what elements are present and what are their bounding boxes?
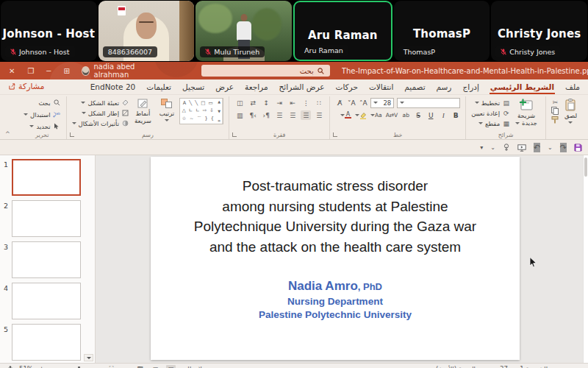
participant-tile-mulu[interactable]: Mulu Tiruneh bbox=[196, 1, 292, 61]
align-left-icon[interactable]: ☰ bbox=[287, 110, 298, 120]
search-box[interactable]: بحث bbox=[201, 65, 329, 77]
bullets-icon[interactable]: ∷ bbox=[314, 98, 324, 107]
zoom-out-button[interactable]: − bbox=[96, 365, 101, 368]
line-spacing-icon[interactable]: ↕ bbox=[261, 98, 271, 107]
slide-canvas[interactable]: Post-traumatic stress disorder among nur… bbox=[96, 155, 583, 363]
clear-formatting-icon[interactable]: A̸ bbox=[335, 98, 344, 107]
tab-design[interactable]: تصميم bbox=[404, 82, 426, 94]
participant-tile-thomasp[interactable]: ThomasP ThomasP bbox=[394, 1, 490, 61]
paste-button[interactable]: لصق bbox=[562, 98, 580, 124]
tab-review[interactable]: مراجعة bbox=[244, 82, 269, 94]
participant-tile-8486366007[interactable]: 8486366007 bbox=[98, 1, 195, 61]
font-name-combo[interactable] bbox=[397, 98, 460, 108]
fit-to-window-button[interactable]: ⛶ bbox=[107, 365, 116, 368]
arrange-button[interactable]: ترتيب bbox=[157, 98, 177, 122]
ltr-paragraph-icon[interactable]: ›¶ bbox=[248, 110, 258, 120]
shape-outline-button[interactable]: إطار الشكل bbox=[72, 108, 129, 118]
tab-transitions[interactable]: انتقالات bbox=[368, 82, 394, 94]
canvas-scrollbar[interactable] bbox=[583, 155, 588, 363]
shape-effects-button[interactable]: تأثيرات الأشكال bbox=[72, 118, 129, 128]
close-window-button[interactable]: ✕ bbox=[9, 67, 15, 75]
paste-dropdown[interactable] bbox=[568, 121, 573, 124]
thumbnail-slide-5[interactable] bbox=[12, 324, 81, 361]
numbering-icon[interactable]: ⋮ bbox=[301, 98, 311, 107]
tab-record[interactable]: تسجيل bbox=[182, 82, 205, 94]
touch-mouse-mode-button[interactable] bbox=[503, 141, 510, 155]
bold-button[interactable]: B bbox=[451, 110, 460, 120]
notes-toggle-button[interactable]: ملاحظات bbox=[182, 365, 205, 368]
replace-button[interactable]: ᵃᵇ⤸استبدال bbox=[24, 110, 61, 119]
select-button[interactable]: تحديد bbox=[24, 121, 61, 131]
display-settings-icon[interactable]: ▭ bbox=[483, 365, 492, 368]
thumbnail-slide-2[interactable] bbox=[12, 200, 81, 237]
increase-font-icon[interactable]: A˄ bbox=[359, 98, 368, 107]
undo-button[interactable]: ↶ bbox=[534, 143, 540, 152]
shapes-gallery[interactable]: ▲▼≡ ▭ □ ╲ ╲ A ⇩ ⇨ ∟ ∟ △ } { ⌒ ～ ☆ bbox=[179, 98, 223, 124]
shape-fill-button[interactable]: تعبئة الشكل bbox=[72, 98, 129, 107]
slide-title[interactable]: Post-traumatic stress disorder among nur… bbox=[151, 176, 520, 257]
underline-button[interactable]: U bbox=[426, 110, 435, 120]
font-color-button[interactable]: A bbox=[340, 110, 351, 120]
shapes-gallery-scrollbar[interactable]: ▲▼≡ bbox=[216, 99, 223, 124]
change-case-button[interactable]: Aa bbox=[370, 110, 382, 120]
share-button[interactable]: مشاركة bbox=[9, 82, 45, 94]
ribbon-display-options-button[interactable]: ⊞ bbox=[63, 67, 69, 75]
slideshow-view-button[interactable]: 🗔 bbox=[135, 365, 145, 368]
thumbnail-scroll-down-button[interactable] bbox=[84, 354, 93, 361]
format-painter-icon[interactable] bbox=[551, 116, 559, 124]
tab-home-active[interactable]: الشريط الرئيسي bbox=[490, 82, 555, 94]
zoom-level[interactable]: 51% bbox=[19, 365, 33, 368]
normal-view-button[interactable]: ▣ bbox=[166, 365, 176, 368]
align-center-icon[interactable]: ☰ bbox=[301, 110, 311, 120]
redo-button[interactable]: ↷ bbox=[560, 143, 567, 152]
restore-window-button[interactable]: ❐ bbox=[27, 67, 34, 75]
section-button[interactable]: ▦مقطع bbox=[471, 118, 510, 128]
find-button[interactable]: بحث bbox=[24, 98, 61, 107]
thumbnail-slide-3[interactable] bbox=[12, 241, 81, 278]
tab-draw[interactable]: رسم bbox=[436, 82, 453, 94]
thumbnail-slide-4[interactable] bbox=[12, 283, 81, 319]
smartart-icon[interactable]: ▥ bbox=[234, 110, 245, 120]
language-indicator[interactable]: العربية (الأردن) bbox=[436, 365, 476, 368]
thumbnail-slide-1-selected[interactable] bbox=[12, 159, 81, 196]
text-highlight-button[interactable] bbox=[355, 110, 367, 120]
copy-icon[interactable] bbox=[551, 107, 559, 115]
collapse-ribbon-button[interactable]: ^ bbox=[5, 131, 10, 138]
font-size-combo[interactable]: 28 bbox=[370, 98, 394, 108]
undo-dropdown[interactable]: ⌄ bbox=[548, 144, 553, 151]
paragraph-dialog-launcher[interactable] bbox=[232, 132, 237, 137]
account-info[interactable]: nadia abed alrahman bbox=[82, 63, 157, 79]
text-shadow-button[interactable]: ab bbox=[401, 110, 410, 120]
align-right-icon[interactable]: ☰ bbox=[314, 110, 324, 120]
drawing-dialog-launcher[interactable] bbox=[70, 132, 74, 137]
qat-overflow-button[interactable]: ▾ bbox=[480, 144, 483, 151]
start-slideshow-button[interactable] bbox=[517, 141, 526, 155]
slide-sorter-view-button[interactable]: ▦ bbox=[151, 365, 160, 368]
tab-help[interactable]: تعليمات bbox=[146, 82, 172, 94]
tab-endnote[interactable]: EndNote 20 bbox=[90, 82, 137, 94]
tab-slideshow[interactable]: عرض الشرائح bbox=[279, 82, 326, 94]
decrease-font-icon[interactable]: A˅ bbox=[347, 98, 356, 107]
text-direction-icon[interactable]: ⇄ bbox=[248, 98, 258, 107]
increase-indent-icon[interactable]: ⇥ bbox=[274, 98, 284, 107]
strikethrough-button[interactable]: S bbox=[414, 110, 423, 120]
layout-button[interactable]: ▤تخطيط bbox=[471, 98, 510, 107]
slide-author-block[interactable]: Nadia Amro, PhD Nursing Department Pales… bbox=[151, 279, 520, 320]
reset-button[interactable]: ⟳إعادة تعيين bbox=[471, 108, 510, 118]
justify-icon[interactable]: ☰ bbox=[274, 110, 284, 120]
rtl-paragraph-icon[interactable]: ¶‹ bbox=[261, 110, 271, 120]
slide-counter[interactable]: الشريحة 1 من 37 bbox=[500, 365, 548, 368]
participant-tile-christy[interactable]: Christy Jones Christy Jones bbox=[491, 1, 587, 61]
quick-styles-button[interactable]: أنماطسريعة bbox=[132, 98, 154, 126]
tab-file[interactable]: ملف bbox=[564, 82, 581, 94]
tab-insert[interactable]: إدراج bbox=[462, 82, 479, 94]
columns-icon[interactable]: ◫ bbox=[234, 98, 245, 107]
character-spacing-button[interactable]: A⇄V bbox=[386, 110, 398, 120]
new-slide-button[interactable]: شريحةجديدة bbox=[512, 98, 540, 128]
tab-view[interactable]: عرض bbox=[215, 82, 234, 94]
font-dialog-launcher[interactable] bbox=[333, 132, 337, 137]
tab-animations[interactable]: حركات bbox=[335, 82, 359, 94]
cut-icon[interactable]: ✂ bbox=[551, 98, 559, 106]
participant-tile-aru-active-speaker[interactable]: Aru Raman Aru Raman bbox=[293, 1, 392, 61]
scrollbar-thumb[interactable] bbox=[584, 158, 587, 177]
